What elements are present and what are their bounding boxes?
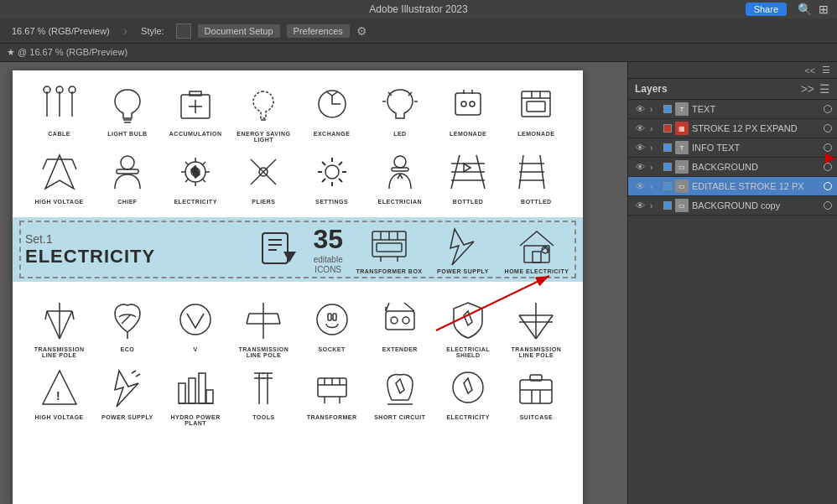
svg-point-21: [461, 101, 466, 107]
layer-row-infotext[interactable]: 👁 › T INFO TEXT: [628, 138, 837, 158]
layers-panel: << ☰ Layers >> ☰ 👁 › T TEXT 👁 › ▦ STROKE…: [627, 62, 837, 504]
canvas-area[interactable]: CABLE LIGHT BULB ACCUMULATIO: [0, 62, 627, 504]
panel-menu-icon[interactable]: ☰: [822, 65, 830, 75]
layer-arrow-bg[interactable]: ›: [650, 163, 660, 172]
icon-extender-label: EXTENDER: [382, 346, 418, 352]
layer-arrow-editable[interactable]: ›: [650, 182, 660, 191]
prefs-button[interactable]: Preferences: [287, 24, 350, 38]
icon-hv-sign-label: HIGH VOLTAGE: [35, 414, 84, 420]
icon-eco-label: ECO: [121, 346, 135, 352]
icon-tl-pole2: TRANSMISSION LINE POLE: [230, 294, 297, 358]
grid-icon[interactable]: ⊞: [819, 3, 829, 16]
icon-eco: ECO: [94, 294, 161, 358]
style-label: Style:: [136, 24, 169, 38]
icon-suitcase-box: [511, 362, 561, 413]
icon-transformer-label: TRANSFORMER: [307, 414, 357, 420]
layer-arrow-infotext[interactable]: ›: [650, 143, 660, 153]
icon-exchange-box: [307, 79, 357, 129]
layer-color-editable: [663, 182, 672, 190]
style-swatch[interactable]: [176, 23, 191, 39]
icon-section-4: TRANSMISSION LINE POLE ECO V: [13, 286, 583, 434]
layer-name-text: TEXT: [692, 104, 820, 114]
layer-name-editable: EDITABLE STROKE 12 PX: [692, 181, 820, 191]
icon-lightbulb: LIGHT BULB: [94, 79, 161, 143]
layer-row-bgcopy[interactable]: 👁 › ▭ BACKGROUND copy: [628, 196, 837, 216]
icon-chief-label: CHIEF: [117, 199, 138, 205]
icon-cable: CABLE: [26, 79, 93, 143]
svg-line-96: [536, 315, 553, 339]
icon-v: V: [162, 294, 229, 358]
svg-rect-23: [522, 91, 550, 117]
document-canvas: CABLE LIGHT BULB ACCUMULATIO: [13, 70, 583, 504]
layer-target-stroke[interactable]: [824, 124, 832, 132]
layer-row-text[interactable]: 👁 › T TEXT: [628, 100, 837, 119]
layer-eye-stroke[interactable]: 👁: [633, 123, 647, 133]
layer-eye-editable[interactable]: 👁: [633, 181, 647, 191]
layer-eye-text[interactable]: 👁: [633, 104, 647, 114]
layer-target-bgcopy[interactable]: [824, 201, 832, 210]
layer-eye-infotext[interactable]: 👁: [633, 143, 647, 153]
icon-suitcase-label: SUITCASE: [520, 414, 553, 420]
icon-pliers-box: [238, 147, 289, 197]
layer-target-bg[interactable]: [824, 163, 832, 171]
search-icon[interactable]: 🔍: [798, 3, 812, 16]
share-button[interactable]: Share: [746, 3, 787, 16]
zoom-display: 16.67 % (RGB/Preview): [7, 24, 115, 38]
banner-title: ELECTRICITY: [25, 246, 246, 268]
icon-eco-box: [102, 294, 153, 345]
layer-arrow-text[interactable]: ›: [650, 105, 660, 114]
layers-header: Layers >> ☰: [628, 79, 837, 100]
layer-target-text[interactable]: [824, 105, 832, 113]
layer-target-editable[interactable]: [824, 182, 832, 190]
layer-row-editable[interactable]: 👁 › ▭ EDITABLE STROKE 12 PX: [628, 177, 837, 196]
layers-expand-icon[interactable]: >>: [801, 82, 814, 96]
layers-controls: >> ☰: [801, 82, 830, 96]
layer-arrow-bgcopy[interactable]: ›: [650, 201, 660, 210]
banner-icon-power-box: [442, 225, 484, 267]
icon-lightbulb-box: [102, 79, 153, 129]
icon-hydro-label: HYDRO POWER PLANT: [162, 414, 229, 426]
icon-lemonade1: LEMONADE: [434, 79, 502, 143]
icon-electricity-gear-box: [170, 147, 221, 197]
svg-rect-68: [533, 252, 541, 262]
layer-icon-infotext: T: [675, 141, 689, 154]
layer-eye-bg[interactable]: 👁: [633, 162, 647, 172]
icon-high-voltage-label: HIGH VOLTAGE: [35, 199, 84, 205]
layer-target-infotext[interactable]: [824, 143, 832, 152]
banner-icon-transformer-label: TRANSFORMER BOX: [356, 268, 422, 274]
icon-settings: SETTINGS: [299, 147, 366, 205]
layer-row-stroke[interactable]: 👁 › ▦ STROKE 12 PX EXPAND: [628, 119, 837, 138]
layer-color-infotext: [663, 143, 672, 152]
layer-eye-bgcopy[interactable]: 👁: [633, 200, 647, 210]
svg-rect-9: [190, 91, 201, 96]
icon-accumulation: ACCUMULATION: [162, 79, 229, 143]
svg-point-77: [180, 304, 211, 335]
svg-line-42: [398, 174, 400, 179]
svg-rect-102: [189, 378, 195, 403]
icon-chief-box: [102, 147, 153, 197]
svg-rect-101: [179, 383, 185, 403]
banner-sub-label: editable ICONS: [313, 255, 343, 275]
icon-electrician-label: ELECTRICIAN: [378, 199, 423, 205]
layer-icon-editable: ▭: [675, 179, 689, 193]
icon-bottled2: BOTTLED: [502, 147, 569, 205]
doc-setup-button[interactable]: Document Setup: [198, 24, 280, 38]
icon-hv-sign: ! HIGH VOLTAGE: [26, 362, 93, 426]
collapse-icon[interactable]: <<: [804, 65, 815, 75]
icon-high-voltage: HIGH VOLTAGE: [26, 147, 93, 205]
layers-title: Layers: [635, 83, 668, 95]
icon-electricity-final-box: [443, 362, 493, 413]
icon-electricity-label: ELECTRICITY: [174, 199, 216, 205]
icon-tl-pole1-box: [34, 294, 85, 345]
layer-row-bg[interactable]: 👁 › ▭ BACKGROUND: [628, 158, 837, 177]
icon-tl-pole2-box: [238, 294, 289, 345]
svg-point-83: [317, 304, 347, 335]
layers-menu-icon[interactable]: ☰: [819, 82, 830, 96]
layer-arrow-stroke[interactable]: ›: [650, 124, 660, 133]
app-title: Adobe Illustrator 2023: [369, 3, 467, 15]
icon-socket-label: SOCKET: [319, 346, 346, 352]
icon-tl-pole1-label: TRANSMISSION LINE POLE: [26, 346, 93, 358]
icon-high-voltage-box: [34, 147, 85, 197]
extra-icon: ⚙: [356, 24, 367, 38]
layer-color-stroke: [663, 124, 672, 132]
